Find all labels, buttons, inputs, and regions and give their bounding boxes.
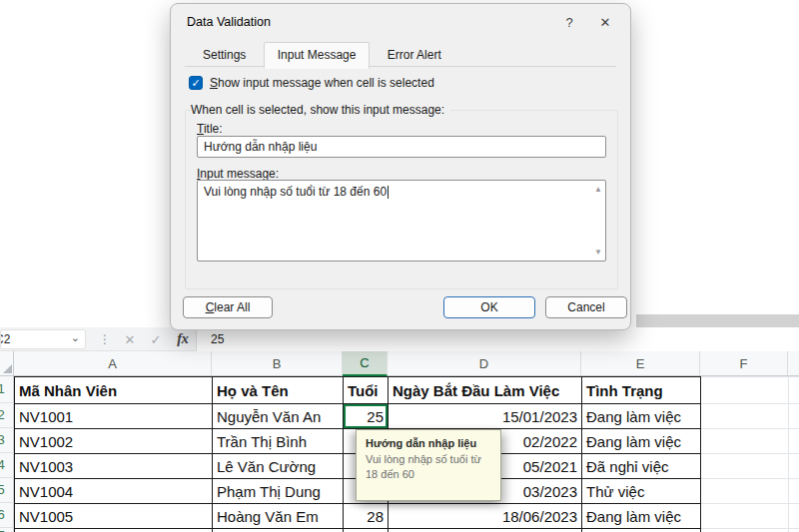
dialog-tabs: Settings Input Message Error Alert xyxy=(185,41,616,67)
cell-a1[interactable]: Mã Nhân Viên xyxy=(15,377,213,404)
tab-error-alert[interactable]: Error Alert xyxy=(374,42,455,69)
cell-b1[interactable]: Họ và Tên xyxy=(213,377,344,404)
input-message-textarea[interactable]: Vui lòng nhập số tuổi từ 18 đến 60 ▲ ▼ xyxy=(197,180,606,262)
insert-function-icon[interactable]: fx xyxy=(172,327,194,351)
dialog-title: Data Validation xyxy=(187,15,271,29)
cell-a3[interactable]: NV1002 xyxy=(15,429,213,454)
cell-a7[interactable]: NV1006 xyxy=(15,529,213,532)
checkbox-label: Show input message when cell is selected xyxy=(210,76,434,90)
table-header-row: Mã Nhân Viên Họ và Tên Tuổi Ngày Bắt Đầu… xyxy=(15,377,799,404)
row-header-3[interactable]: 3 xyxy=(0,428,14,453)
cell-f4[interactable] xyxy=(701,454,789,479)
name-box-value: C2 xyxy=(0,332,10,346)
cell-f2[interactable] xyxy=(701,404,789,429)
cancel-entry-icon[interactable]: ✕ xyxy=(120,327,140,351)
cell-e1[interactable]: Tình Trạng xyxy=(582,377,701,404)
cell-e4[interactable]: Đã nghỉ việc xyxy=(582,454,701,479)
row-header-7[interactable]: 7 xyxy=(0,528,14,532)
row-header-6[interactable]: 6 xyxy=(0,503,14,528)
tooltip-title: Hướng dẫn nhập liệu xyxy=(366,437,491,449)
cell-f5[interactable] xyxy=(701,479,789,504)
cell-b5[interactable]: Phạm Thị Dung xyxy=(213,479,344,504)
title-input[interactable]: Hướng dẫn nhập liệu xyxy=(197,136,606,158)
title-input-value: Hướng dẫn nhập liệu xyxy=(204,140,317,154)
ok-button[interactable]: OK xyxy=(443,296,535,318)
column-header-f[interactable]: F xyxy=(700,351,788,375)
cell-d6[interactable]: 18/06/2023 xyxy=(389,504,582,529)
cell-f7[interactable] xyxy=(701,529,789,532)
cell-c2-selected[interactable]: 25 xyxy=(344,404,389,429)
row-header-5[interactable]: 5 xyxy=(0,478,14,503)
tooltip-message: Vui lòng nhập số tuổi từ 18 đến 60 xyxy=(366,452,485,483)
cell-g7[interactable] xyxy=(789,529,799,532)
cell-f1[interactable] xyxy=(701,377,789,404)
data-validation-dialog: Data Validation ? ✕ Settings Input Messa… xyxy=(170,3,631,330)
cell-e6[interactable]: Đang làm việc xyxy=(582,504,701,529)
clear-all-button[interactable]: Clear All xyxy=(183,296,273,318)
cell-a2[interactable]: NV1001 xyxy=(15,404,213,429)
chevron-down-icon[interactable]: ⌄ xyxy=(71,331,80,344)
cell-c1[interactable]: Tuổi xyxy=(344,377,389,404)
cell-e5[interactable]: Thử việc xyxy=(582,479,701,504)
formula-input[interactable]: 25 xyxy=(196,327,799,351)
cell-b2[interactable]: Nguyễn Văn An xyxy=(213,404,344,429)
table-row: NV1001 Nguyễn Văn An 25 15/01/2023 Đang … xyxy=(15,404,799,429)
cell-e3[interactable]: Đang làm việc xyxy=(582,429,701,454)
cell-a5[interactable]: NV1004 xyxy=(15,479,213,504)
separator-dots-icon: ⋮ xyxy=(98,327,112,351)
title-field-label: Title: xyxy=(197,122,223,136)
show-input-message-checkbox-row: ✓ Show input message when cell is select… xyxy=(189,76,434,90)
cell-a6[interactable]: NV1005 xyxy=(15,504,213,529)
ribbon-remnant xyxy=(636,314,799,327)
group-label: When cell is selected, show this input m… xyxy=(191,103,450,117)
cell-a4[interactable]: NV1003 xyxy=(15,454,213,479)
cell-d7[interactable] xyxy=(389,529,582,532)
cell-g4[interactable] xyxy=(789,454,799,479)
column-header-e[interactable]: E xyxy=(581,351,700,375)
cell-d2[interactable]: 15/01/2023 xyxy=(389,404,582,429)
cell-b6[interactable]: Hoàng Văn Em xyxy=(213,504,344,529)
tab-input-message[interactable]: Input Message xyxy=(264,42,371,69)
cell-g5[interactable] xyxy=(789,479,799,504)
row-header-1[interactable]: 1 xyxy=(0,376,14,403)
checkbox-checked-icon[interactable]: ✓ xyxy=(189,76,203,90)
formula-value: 25 xyxy=(211,332,224,346)
cell-c7[interactable]: 25 xyxy=(344,529,389,532)
text-caret xyxy=(388,186,389,199)
formula-bar: C2 ⌄ ⋮ ✕ ✓ fx 25 xyxy=(0,327,799,351)
cell-g3[interactable] xyxy=(789,429,799,454)
screen: C2 ⌄ ⋮ ✕ ✓ fx 25 A B C D E F 1 2 3 4 5 6… xyxy=(0,0,799,532)
cancel-button[interactable]: Cancel xyxy=(545,296,627,318)
message-field-label: Input message: xyxy=(197,167,279,181)
column-headers: A B C D E F xyxy=(0,351,799,376)
cell-b4[interactable]: Lê Văn Cường xyxy=(213,454,344,479)
table-row: NV1005 Hoàng Văn Em 28 18/06/2023 Đang l… xyxy=(15,504,799,529)
tab-settings[interactable]: Settings xyxy=(189,42,260,69)
confirm-entry-icon[interactable]: ✓ xyxy=(146,327,166,351)
select-all-icon xyxy=(3,364,12,373)
name-box[interactable]: C2 ⌄ xyxy=(0,329,86,349)
scroll-up-icon[interactable]: ▲ xyxy=(594,185,602,194)
select-all-corner[interactable] xyxy=(0,351,14,375)
column-header-b[interactable]: B xyxy=(212,351,343,375)
cell-g1[interactable] xyxy=(789,377,799,404)
help-icon[interactable]: ? xyxy=(556,10,582,34)
cell-b3[interactable]: Trần Thị Bình xyxy=(213,429,344,454)
cell-e7[interactable]: Đang làm việc xyxy=(582,529,701,532)
column-header-a[interactable]: A xyxy=(14,351,212,375)
cell-g6[interactable] xyxy=(789,504,799,529)
cell-c6[interactable]: 28 xyxy=(344,504,389,529)
cell-f6[interactable] xyxy=(701,504,789,529)
row-header-2[interactable]: 2 xyxy=(0,403,14,428)
cell-b7[interactable]: Vũ Thị Gi xyxy=(213,529,344,532)
close-icon[interactable]: ✕ xyxy=(592,10,618,34)
cell-g2[interactable] xyxy=(789,404,799,429)
cell-d1[interactable]: Ngày Bắt Đầu Làm Việc xyxy=(389,377,582,404)
cell-f3[interactable] xyxy=(701,429,789,454)
column-header-d[interactable]: D xyxy=(388,351,581,375)
cell-e2[interactable]: Đang làm việc xyxy=(582,404,701,429)
input-message-value: Vui lòng nhập số tuổi từ 18 đến 60 xyxy=(204,185,387,199)
scroll-down-icon[interactable]: ▼ xyxy=(594,248,602,257)
row-header-4[interactable]: 4 xyxy=(0,453,14,478)
column-header-c[interactable]: C xyxy=(343,351,388,376)
